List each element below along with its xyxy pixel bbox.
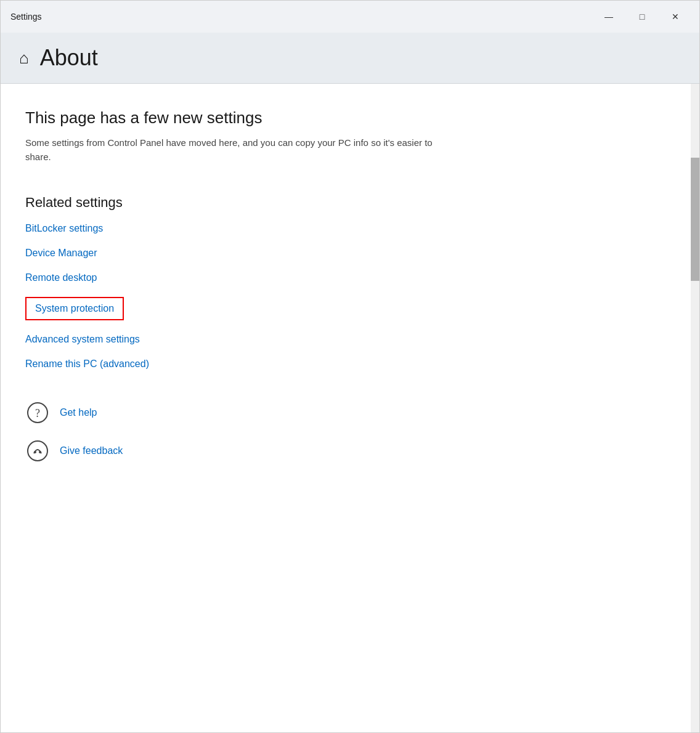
close-button[interactable]: ✕ [661,6,690,28]
scrollbar-track[interactable] [691,84,699,732]
svg-point-3 [34,451,36,453]
svg-point-2 [28,441,47,461]
page-title: About [40,45,98,71]
window-title: Settings [10,12,42,22]
get-help-item: ? Get help [25,400,666,425]
title-bar: Settings — □ ✕ [1,1,699,33]
home-icon: ⌂ [19,49,29,68]
scrollbar-thumb[interactable] [691,158,699,281]
feedback-icon [25,439,50,463]
advanced-system-settings-link[interactable]: Advanced system settings [25,334,666,345]
page-header: ⌂ About [1,33,699,84]
notice-text: Some settings from Control Panel have mo… [25,136,457,164]
svg-point-4 [39,451,41,453]
give-feedback-link[interactable]: Give feedback [60,445,123,456]
window-controls: — □ ✕ [595,6,690,28]
remote-desktop-link[interactable]: Remote desktop [25,272,666,283]
get-help-link[interactable]: Get help [60,407,97,418]
bitlocker-settings-link[interactable]: BitLocker settings [25,223,666,234]
related-settings-section: Related settings BitLocker settings Devi… [25,195,666,370]
give-feedback-item: Give feedback [25,439,666,463]
content-area: This page has a few new settings Some se… [1,84,691,732]
notice-section: This page has a few new settings Some se… [25,108,666,164]
system-protection-link[interactable]: System protection [25,297,124,320]
rename-pc-link[interactable]: Rename this PC (advanced) [25,358,666,370]
main-content: This page has a few new settings Some se… [1,84,699,732]
help-section: ? Get help Give feedback [25,400,666,463]
svg-text:?: ? [35,407,40,419]
device-manager-link[interactable]: Device Manager [25,248,666,259]
notice-heading: This page has a few new settings [25,108,666,128]
related-settings-heading: Related settings [25,195,666,211]
minimize-button[interactable]: — [595,6,623,28]
settings-window: Settings — □ ✕ ⌂ About This page has a f… [0,0,700,733]
maximize-button[interactable]: □ [628,6,656,28]
help-circle-icon: ? [25,400,50,425]
